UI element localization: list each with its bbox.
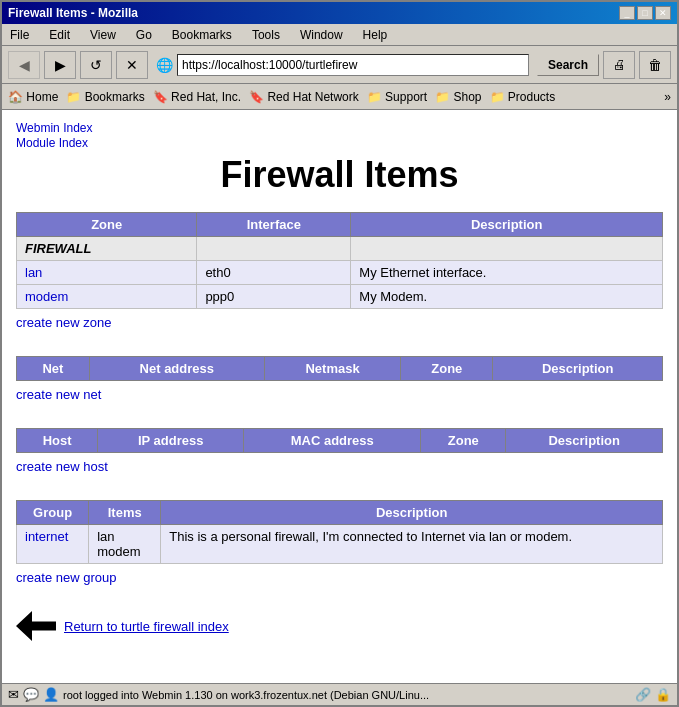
nets-header-zone: Zone [401,357,493,381]
back-arrow-icon [16,611,56,641]
bookmark-redhat-inc[interactable]: 🔖 Red Hat, Inc. [153,90,241,104]
zone-eth0-cell: eth0 [197,261,351,285]
group-items-cell: lanmodem [89,525,161,564]
title-bar: Firewall Items - Mozilla _ □ ✕ [2,2,677,24]
menu-edit[interactable]: Edit [45,27,74,43]
menu-bar: File Edit View Go Bookmarks Tools Window… [2,24,677,46]
envelope-icon: ✉ [8,687,19,702]
forward-button[interactable]: ▶ [44,51,76,79]
table-row: modem ppp0 My Modem. [17,285,663,309]
status-bar: ✉ 💬 👤 root logged into Webmin 1.130 on w… [2,683,677,705]
bookmarks-bar: 🏠 Home 📁 Bookmarks 🔖 Red Hat, Inc. 🔖 Red… [2,84,677,110]
zones-section: Zone Interface Description FIREWALL lan … [16,212,663,342]
table-row: lan eth0 My Ethernet interface. [17,261,663,285]
group-internet-link[interactable]: internet [25,529,68,544]
groups-header-description: Description [161,501,663,525]
groups-header-group: Group [17,501,89,525]
menu-file[interactable]: File [6,27,33,43]
zone-modem-link[interactable]: modem [25,289,68,304]
bookmark-bookmarks[interactable]: 📁 Bookmarks [66,90,144,104]
webmin-index-link[interactable]: Webmin Index [16,121,92,135]
create-new-group-link[interactable]: create new group [16,570,116,585]
bookmark-redhat-network[interactable]: 🔖 Red Hat Network [249,90,359,104]
back-button[interactable]: ◀ [8,51,40,79]
menu-help[interactable]: Help [359,27,392,43]
groups-section: Group Items Description internet lanmode… [16,500,663,597]
menu-view[interactable]: View [86,27,120,43]
browser-window: Firewall Items - Mozilla _ □ ✕ File Edit… [0,0,679,707]
nets-header-net: Net [17,357,90,381]
groups-header-items: Items [89,501,161,525]
zone-modem-cell: modem [17,285,197,309]
bookmark-shop[interactable]: 📁 Shop [435,90,481,104]
back-link[interactable]: Return to turtle firewall index [64,619,229,634]
maximize-button[interactable]: □ [637,6,653,20]
group-internet-cell: internet [17,525,89,564]
create-new-net-link[interactable]: create new net [16,387,101,402]
menu-go[interactable]: Go [132,27,156,43]
person-icon: 👤 [43,687,59,702]
hosts-header-mac: MAC address [244,429,421,453]
printer-button[interactable]: 🖨 [603,51,635,79]
zone-eth0-desc: My Ethernet interface. [351,261,663,285]
stop-button[interactable]: ✕ [116,51,148,79]
chat-icon: 💬 [23,687,39,702]
network-status-icon: 🔗 [635,687,651,702]
address-input[interactable] [177,54,529,76]
status-text: root logged into Webmin 1.130 on work3.f… [63,689,631,701]
firewall-interface-label [197,237,351,261]
firewall-zone-label: FIREWALL [17,237,197,261]
nets-header-description: Description [493,357,663,381]
create-new-host-link[interactable]: create new host [16,459,108,474]
module-index-link[interactable]: Module Index [16,136,88,150]
window-title: Firewall Items - Mozilla [8,6,138,20]
zone-ppp0-cell: ppp0 [197,285,351,309]
security-icon: 🔒 [655,687,671,702]
zone-lan-cell: lan [17,261,197,285]
bookmark-products[interactable]: 📁 Products [490,90,556,104]
zones-header-zone: Zone [17,213,197,237]
hosts-header-host: Host [17,429,98,453]
nets-table: Net Net address Netmask Zone Description [16,356,663,381]
hosts-header-ip: IP address [98,429,244,453]
zone-lan-link[interactable]: lan [25,265,42,280]
firewall-row: FIREWALL [17,237,663,261]
nets-header-netmask: Netmask [264,357,400,381]
table-row: internet lanmodem This is a personal fir… [17,525,663,564]
menu-window[interactable]: Window [296,27,347,43]
bookmark-home[interactable]: 🏠 Home [8,90,58,104]
zones-header-description: Description [351,213,663,237]
zones-header-interface: Interface [197,213,351,237]
bookmark-support[interactable]: 📁 Support [367,90,427,104]
trash-button[interactable]: 🗑 [639,51,671,79]
menu-tools[interactable]: Tools [248,27,284,43]
group-description-cell: This is a personal firewall, I'm connect… [161,525,663,564]
globe-icon: 🌐 [156,57,173,73]
search-button[interactable]: Search [537,54,599,76]
nets-header-netaddress: Net address [89,357,264,381]
address-bar: 🌐 [156,54,529,76]
nets-section: Net Net address Netmask Zone Description… [16,356,663,414]
minimize-button[interactable]: _ [619,6,635,20]
groups-table: Group Items Description internet lanmode… [16,500,663,564]
zones-table: Zone Interface Description FIREWALL lan … [16,212,663,309]
content-area: Webmin Index Module Index Firewall Items… [2,110,677,683]
hosts-header-zone: Zone [421,429,506,453]
reload-button[interactable]: ↺ [80,51,112,79]
create-new-zone-link[interactable]: create new zone [16,315,111,330]
page-links: Webmin Index Module Index [16,120,663,150]
status-icons: 🔗 🔒 [635,687,671,702]
zone-ppp0-desc: My Modem. [351,285,663,309]
hosts-table: Host IP address MAC address Zone Descrip… [16,428,663,453]
menu-bookmarks[interactable]: Bookmarks [168,27,236,43]
bookmarks-more[interactable]: » [664,90,671,104]
firewall-description-label [351,237,663,261]
hosts-section: Host IP address MAC address Zone Descrip… [16,428,663,486]
close-button[interactable]: ✕ [655,6,671,20]
window-controls: _ □ ✕ [619,6,671,20]
back-section: Return to turtle firewall index [16,611,663,641]
page-title: Firewall Items [16,154,663,196]
toolbar: ◀ ▶ ↺ ✕ 🌐 Search 🖨 🗑 [2,46,677,84]
hosts-header-description: Description [506,429,663,453]
